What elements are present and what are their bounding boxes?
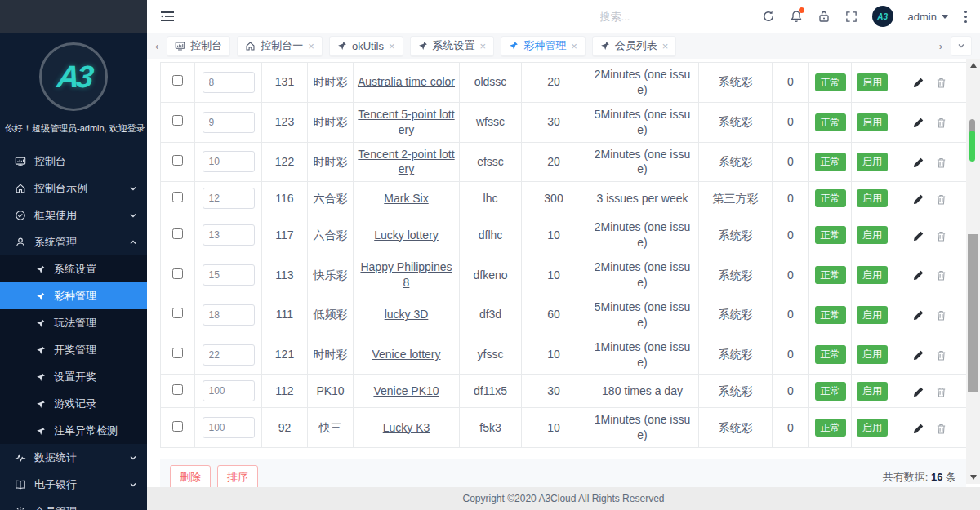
delete-icon[interactable] bbox=[935, 117, 947, 129]
id-cell: 123 bbox=[262, 102, 308, 142]
sort-button[interactable]: 排序 bbox=[217, 465, 258, 490]
notification-icon[interactable] bbox=[790, 10, 803, 23]
edit-icon[interactable] bbox=[912, 193, 924, 206]
sidebar-item-abnormal-bet-detection[interactable]: 注单异常检测 bbox=[0, 417, 147, 444]
sidebar-item-label: 设置开奖 bbox=[54, 370, 137, 384]
sidebar-item-game-records[interactable]: 游戏记录 bbox=[0, 390, 147, 417]
avatar[interactable]: A3 bbox=[872, 6, 893, 27]
sort-input[interactable] bbox=[203, 72, 255, 93]
sidebar-item-statistics[interactable]: 数据统计 bbox=[0, 444, 147, 471]
close-icon[interactable]: × bbox=[308, 41, 314, 51]
lottery-name-link[interactable]: Tencent 2-point lottery bbox=[358, 148, 454, 176]
sidebar-collapse-icon[interactable] bbox=[160, 10, 175, 23]
lottery-name-link[interactable]: Venice lottery bbox=[372, 348, 440, 361]
type-cell: 系统彩 bbox=[699, 63, 773, 103]
sort-input[interactable] bbox=[203, 304, 255, 326]
user-menu[interactable]: admin bbox=[908, 11, 948, 23]
sidebar-item-draw-management[interactable]: 开奖管理 bbox=[0, 336, 147, 363]
edit-icon[interactable] bbox=[912, 386, 924, 398]
edit-icon[interactable] bbox=[912, 349, 924, 361]
tab-system-settings[interactable]: 系统设置 × bbox=[410, 36, 495, 56]
inner-scrollbar-thumb-green[interactable] bbox=[969, 131, 975, 162]
row-checkbox[interactable] bbox=[172, 115, 183, 126]
delete-icon[interactable] bbox=[935, 269, 947, 282]
scrollbar-thumb[interactable] bbox=[968, 234, 978, 392]
row-checkbox[interactable] bbox=[172, 268, 183, 279]
tabs-dropdown-button[interactable] bbox=[951, 36, 972, 56]
row-checkbox[interactable] bbox=[172, 348, 183, 358]
search-input[interactable] bbox=[600, 11, 739, 23]
sidebar-item-system[interactable]: 系统管理 bbox=[0, 228, 147, 255]
lottery-name-link[interactable]: Lucky lottery bbox=[374, 228, 439, 242]
delete-icon[interactable] bbox=[935, 349, 947, 361]
tab-console[interactable]: 控制台 bbox=[167, 36, 230, 56]
delete-icon[interactable] bbox=[935, 77, 947, 89]
fullscreen-icon[interactable] bbox=[845, 11, 858, 23]
sidebar-item-console[interactable]: 控制台 bbox=[0, 148, 147, 175]
close-icon[interactable]: × bbox=[662, 41, 669, 51]
delete-icon[interactable] bbox=[935, 193, 947, 206]
close-icon[interactable]: × bbox=[571, 41, 577, 51]
lottery-name-link[interactable]: Happy Philippines 8 bbox=[360, 260, 452, 289]
edit-icon[interactable] bbox=[912, 309, 924, 322]
sidebar-item-label: 系统管理 bbox=[34, 235, 121, 250]
tab-lottery-management[interactable]: 彩种管理 × bbox=[501, 36, 586, 56]
refresh-icon[interactable] bbox=[762, 10, 775, 23]
scroll-down-icon[interactable] bbox=[966, 471, 980, 484]
sidebar-item-system-settings[interactable]: 系统设置 bbox=[0, 255, 147, 282]
sidebar-top-strip bbox=[0, 0, 147, 33]
delete-button[interactable]: 删除 bbox=[170, 465, 211, 490]
edit-icon[interactable] bbox=[912, 269, 924, 282]
delete-icon[interactable] bbox=[935, 157, 947, 169]
frequency-cell: 180 times a day bbox=[586, 375, 699, 408]
tab-member-list[interactable]: 会员列表 × bbox=[592, 36, 677, 56]
sort-input[interactable] bbox=[203, 188, 255, 209]
sidebar-item-console-demo[interactable]: 控制台示例 bbox=[0, 175, 147, 202]
close-icon[interactable]: × bbox=[389, 41, 395, 51]
sidebar-item-play-management[interactable]: 玩法管理 bbox=[0, 309, 147, 336]
sidebar-item-label: 彩种管理 bbox=[54, 289, 137, 304]
row-checkbox[interactable] bbox=[172, 155, 183, 166]
lottery-name-link[interactable]: Tencent 5-point lottery bbox=[358, 108, 454, 136]
row-checkbox[interactable] bbox=[172, 75, 183, 86]
edit-icon[interactable] bbox=[912, 230, 924, 242]
delete-icon[interactable] bbox=[935, 386, 947, 398]
sidebar-item-lottery-management[interactable]: 彩种管理 bbox=[0, 282, 147, 309]
row-checkbox[interactable] bbox=[172, 192, 183, 202]
lottery-name-link[interactable]: lucky 3D bbox=[385, 308, 429, 321]
delete-icon[interactable] bbox=[935, 230, 947, 242]
tab-okutils[interactable]: okUtils × bbox=[329, 36, 403, 56]
row-checkbox[interactable] bbox=[172, 384, 183, 395]
row-checkbox[interactable] bbox=[172, 228, 183, 239]
close-icon[interactable]: × bbox=[480, 41, 487, 51]
edit-icon[interactable] bbox=[912, 117, 924, 129]
sort-input[interactable] bbox=[203, 112, 255, 133]
scroll-up-icon[interactable] bbox=[966, 59, 980, 72]
sort-input[interactable] bbox=[203, 151, 255, 172]
edit-icon[interactable] bbox=[912, 423, 924, 435]
delete-icon[interactable] bbox=[935, 309, 947, 322]
row-checkbox[interactable] bbox=[172, 308, 183, 318]
sort-input[interactable] bbox=[203, 264, 255, 286]
tabs-scroll-right-icon[interactable]: › bbox=[938, 40, 944, 52]
lottery-name-link[interactable]: Venice PK10 bbox=[373, 384, 439, 397]
lottery-name-link[interactable]: Lucky K3 bbox=[383, 421, 430, 434]
sidebar-item-set-draw[interactable]: 设置开奖 bbox=[0, 363, 147, 390]
edit-icon[interactable] bbox=[912, 157, 924, 169]
sidebar-item-ebank[interactable]: 电子银行 bbox=[0, 471, 147, 498]
row-checkbox[interactable] bbox=[172, 421, 183, 432]
sort-input[interactable] bbox=[203, 224, 255, 246]
lottery-name-link[interactable]: Mark Six bbox=[384, 192, 428, 205]
edit-icon[interactable] bbox=[912, 77, 924, 89]
sort-input[interactable] bbox=[203, 344, 255, 366]
lock-icon[interactable] bbox=[817, 10, 831, 23]
more-menu-icon[interactable] bbox=[963, 9, 969, 24]
sidebar-item-members[interactable]: 会员管理 bbox=[0, 498, 147, 510]
lottery-name-link[interactable]: Australia time color bbox=[358, 75, 455, 88]
tab-console-one[interactable]: 控制台一 × bbox=[237, 36, 323, 56]
sidebar-item-framework[interactable]: 框架使用 bbox=[0, 202, 147, 228]
sort-input[interactable] bbox=[203, 380, 255, 401]
sort-input[interactable] bbox=[203, 417, 255, 438]
delete-icon[interactable] bbox=[935, 423, 947, 435]
tabs-scroll-left-icon[interactable]: ‹ bbox=[154, 40, 160, 52]
